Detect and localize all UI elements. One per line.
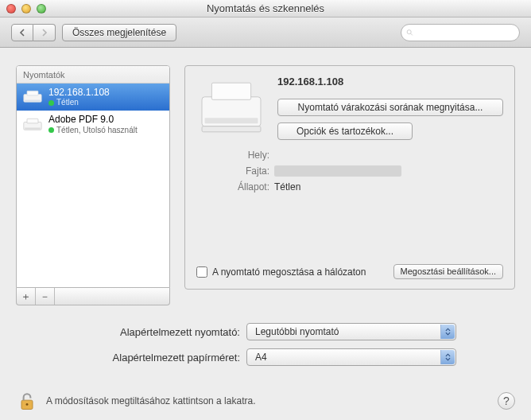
printer-row[interactable]: 192.168.1.108 Tétlen <box>17 84 169 111</box>
svg-rect-4 <box>25 100 41 102</box>
chevron-up-down-icon <box>440 325 455 339</box>
svg-rect-6 <box>27 119 38 123</box>
detail-printer-name: 192.168.1.108 <box>277 76 503 88</box>
default-printer-select[interactable]: Legutóbbi nyomtató <box>246 323 456 340</box>
lock-icon[interactable] <box>16 390 38 412</box>
printer-icon <box>21 88 44 106</box>
default-paper-label: Alapértelmezett papírméret: <box>16 352 246 364</box>
toolbar: Összes megjelenítése <box>0 18 531 48</box>
status-dot-icon <box>48 100 54 106</box>
share-settings-button[interactable]: Megosztási beállítások... <box>393 264 503 279</box>
lock-text: A módosítások megtiltásához kattintson a… <box>46 395 255 406</box>
printer-icon <box>21 116 44 134</box>
remove-button[interactable]: － <box>36 288 55 305</box>
window-title: Nyomtatás és szkennelés <box>0 2 531 14</box>
chevron-up-down-icon <box>440 350 455 364</box>
printer-row[interactable]: Adobe PDF 9.0 Tétlen, Utolsó használt <box>17 111 169 138</box>
svg-point-13 <box>26 403 29 406</box>
svg-rect-3 <box>27 91 38 95</box>
nav-segment <box>11 24 56 41</box>
add-button[interactable]: ＋ <box>17 288 36 305</box>
printer-list: Nyomtatók 192.168.1.108 Tétlen <box>16 65 170 288</box>
svg-rect-10 <box>205 118 258 123</box>
help-button[interactable]: ? <box>498 392 515 410</box>
share-checkbox[interactable] <box>196 266 207 278</box>
printer-large-icon <box>196 76 266 139</box>
status-dot-icon <box>48 127 54 133</box>
svg-rect-9 <box>211 83 250 99</box>
printer-name: Adobe PDF 9.0 <box>48 114 138 125</box>
kind-value <box>274 165 503 177</box>
printer-status: Tétlen <box>48 98 110 107</box>
svg-rect-7 <box>25 127 41 129</box>
svg-line-1 <box>411 33 413 35</box>
status-label: Állapot: <box>196 181 274 192</box>
svg-point-0 <box>407 29 411 33</box>
svg-rect-11 <box>202 126 261 132</box>
kind-label: Fajta: <box>196 165 274 177</box>
search-input[interactable] <box>417 28 514 37</box>
status-value: Tétlen <box>274 181 503 192</box>
forward-button[interactable] <box>33 24 56 41</box>
back-button[interactable] <box>11 24 33 41</box>
printer-detail: 192.168.1.108 Nyomtató várakozási sorána… <box>184 65 515 290</box>
share-label: A nyomtató megosztása a hálózaton <box>212 266 366 278</box>
printer-list-header: Nyomtatók <box>17 66 169 84</box>
show-all-button[interactable]: Összes megjelenítése <box>62 24 176 41</box>
search-field[interactable] <box>401 24 520 41</box>
location-label: Hely: <box>196 150 274 161</box>
default-printer-label: Alapértelmezett nyomtató: <box>16 326 246 338</box>
default-paper-select[interactable]: A4 <box>246 348 456 366</box>
location-value <box>274 150 503 161</box>
titlebar: Nyomtatás és szkennelés <box>0 0 531 18</box>
add-remove-bar: ＋ － <box>16 288 170 305</box>
printer-status: Tétlen, Utolsó használt <box>48 126 138 135</box>
search-icon <box>406 28 413 37</box>
open-queue-button[interactable]: Nyomtató várakozási sorának megnyitása..… <box>277 99 503 116</box>
options-supplies-button[interactable]: Opciók és tartozékok... <box>277 122 413 140</box>
printer-name: 192.168.1.108 <box>48 87 110 98</box>
